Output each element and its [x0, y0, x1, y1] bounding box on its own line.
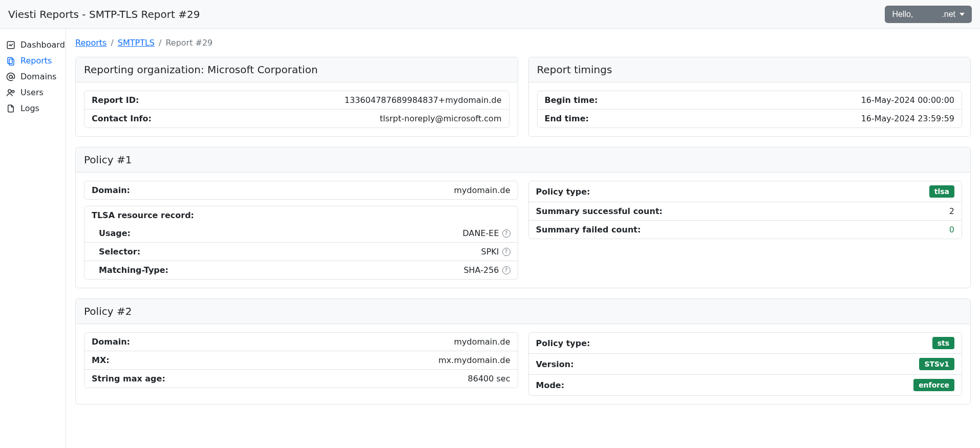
selector-row: Selector: SPKI ? [84, 243, 518, 261]
reporting-org-card: Reporting organization: Microsoft Corpor… [75, 57, 518, 137]
version-label: Version: [536, 359, 574, 369]
maxage-label: String max age: [92, 374, 165, 383]
version-badge: STSv1 [919, 358, 954, 370]
help-icon[interactable]: ? [502, 229, 510, 238]
end-time-row: End time: 16-May-2024 23:59:59 [538, 110, 962, 127]
maxage-value: 86400 sec [468, 374, 510, 383]
sidebar-item-reports[interactable]: Reports [2, 53, 63, 69]
domain-value: mydomain.de [454, 185, 510, 195]
sidebar-item-label: Domains [20, 72, 56, 81]
success-count-value: 2 [949, 206, 954, 216]
at-icon [6, 72, 15, 81]
success-count-row: Summary successful count: 2 [529, 202, 962, 221]
begin-time-label: Begin time: [545, 95, 598, 105]
sidebar-item-label: Users [20, 88, 44, 97]
policy-type-row: Policy type: sts [529, 333, 962, 354]
mx-value: mx.mydomain.de [438, 355, 510, 365]
maxage-row: String max age: 86400 sec [84, 370, 518, 388]
user-menu-button[interactable]: Hello, .net [885, 6, 972, 23]
mode-label: Mode: [536, 380, 565, 390]
domain-value: mydomain.de [454, 337, 510, 347]
topbar: Viesti Reports - SMTP-TLS Report #29 Hel… [0, 0, 980, 29]
report-timings-card: Report timings Begin time: 16-May-2024 0… [528, 57, 971, 137]
breadcrumb: Reports / SMTPTLS / Report #29 [75, 38, 971, 48]
hello-text: Hello, [892, 10, 913, 19]
sidebar-item-label: Logs [20, 103, 39, 113]
version-row: Version: STSv1 [529, 354, 962, 375]
contact-info-label: Contact Info: [92, 114, 152, 123]
mx-row: MX: mx.mydomain.de [84, 351, 518, 370]
mode-badge: enforce [913, 379, 954, 391]
file-icon [6, 104, 15, 113]
policy2-domain-row: Domain: mydomain.de [84, 333, 518, 351]
policy-type-row: Policy type: tlsa [529, 181, 962, 202]
card-header: Policy #1 [76, 147, 970, 173]
main-content: Reports / SMTPTLS / Report #29 Reporting… [66, 29, 980, 448]
failed-count-label: Summary failed count: [536, 225, 641, 234]
breadcrumb-separator: / [111, 38, 113, 48]
usage-row: Usage: DANE-EE ? [84, 224, 518, 243]
svg-point-5 [12, 90, 14, 93]
svg-rect-2 [9, 59, 14, 65]
policy-type-label: Policy type: [536, 187, 590, 197]
mode-row: Mode: enforce [529, 375, 962, 395]
users-icon [6, 88, 15, 97]
usage-value: DANE-EE [462, 228, 499, 238]
dashboard-icon [6, 40, 15, 50]
svg-point-3 [9, 75, 12, 78]
begin-time-row: Begin time: 16-May-2024 00:00:00 [538, 91, 962, 110]
breadcrumb-current: Report #29 [165, 38, 212, 48]
report-id-label: Report ID: [92, 95, 139, 105]
card-header: Policy #2 [76, 299, 970, 324]
report-id-row: Report ID: 133604787689984837+mydomain.d… [84, 91, 509, 110]
policy-type-badge: tlsa [929, 185, 954, 198]
breadcrumb-reports-link[interactable]: Reports [75, 38, 106, 48]
policy1-card: Policy #1 Domain: mydomain.de TLSA resou… [75, 147, 971, 288]
policy-type-badge: sts [932, 337, 954, 349]
matching-type-label: Matching-Type: [99, 265, 168, 275]
domain-label: Domain: [92, 185, 130, 195]
failed-count-value: 0 [949, 225, 954, 234]
card-header: Report timings [529, 57, 971, 82]
report-id-value: 133604787689984837+mydomain.de [345, 95, 502, 105]
mx-label: MX: [92, 355, 110, 365]
selector-label: Selector: [99, 247, 140, 257]
sidebar-item-label: Reports [20, 56, 52, 66]
svg-point-4 [8, 90, 11, 93]
sidebar: Dashboard Reports Domains Users Logs [0, 29, 66, 448]
chevron-down-icon [960, 13, 965, 16]
matching-type-value: SHA-256 [463, 265, 499, 275]
policy-type-label: Policy type: [536, 338, 590, 348]
end-time-label: End time: [545, 114, 589, 123]
matching-type-row: Matching-Type: SHA-256 ? [84, 261, 518, 279]
user-label: .net [942, 10, 955, 19]
domain-label: Domain: [92, 337, 130, 347]
begin-time-value: 16-May-2024 00:00:00 [861, 95, 954, 105]
failed-count-row: Summary failed count: 0 [529, 221, 962, 239]
sidebar-item-dashboard[interactable]: Dashboard [2, 37, 63, 53]
selector-value: SPKI [481, 247, 499, 257]
help-icon[interactable]: ? [502, 266, 510, 274]
sidebar-item-logs[interactable]: Logs [2, 100, 63, 116]
sidebar-item-label: Dashboard [20, 40, 65, 50]
sidebar-item-domains[interactable]: Domains [2, 69, 63, 84]
reports-icon [6, 56, 15, 66]
svg-rect-1 [8, 57, 12, 63]
contact-row: Contact Info: tlsrpt-noreply@microsoft.c… [84, 110, 509, 127]
policy2-card: Policy #2 Domain: mydomain.de MX: mx.myd… [75, 298, 971, 404]
breadcrumb-smtptls-link[interactable]: SMTPTLS [118, 38, 155, 48]
help-icon[interactable]: ? [502, 248, 510, 256]
page-title: Viesti Reports - SMTP-TLS Report #29 [8, 8, 200, 20]
breadcrumb-separator: / [159, 38, 161, 48]
sidebar-item-users[interactable]: Users [2, 84, 63, 100]
card-header: Reporting organization: Microsoft Corpor… [76, 57, 518, 82]
usage-label: Usage: [99, 228, 131, 238]
tlsa-record-title: TLSA resource record: [84, 206, 518, 224]
success-count-label: Summary successful count: [536, 206, 663, 216]
contact-info-value: tlsrpt-noreply@microsoft.com [380, 114, 502, 123]
end-time-value: 16-May-2024 23:59:59 [861, 114, 954, 123]
policy1-domain-row: Domain: mydomain.de [84, 181, 518, 199]
